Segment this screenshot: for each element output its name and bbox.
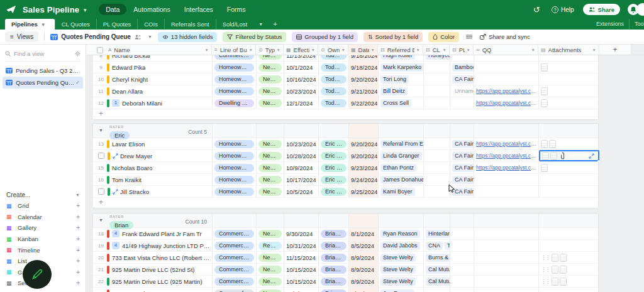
cell-date[interactable]: 8/9/2024 <box>348 264 378 275</box>
cell-line-of-business[interactable]: Homeowners <box>212 62 256 73</box>
cell-cl[interactable] <box>423 62 450 73</box>
cell-line-of-business[interactable]: Homeowners <box>212 138 256 149</box>
cell-referred-by[interactable]: Cross Sell <box>378 97 423 109</box>
cell-referred-by[interactable]: Steve Welty <box>378 252 423 263</box>
cell-effective-date[interactable]: 10/15/2024 <box>284 276 318 287</box>
cell-line-of-business[interactable]: Commercial Pa... <box>212 240 256 251</box>
cell-referred-by[interactable]: Joe Ramos <box>378 288 423 292</box>
tab-overflow-chevron-icon[interactable]: ▼ <box>253 19 268 30</box>
cell-pl[interactable] <box>450 276 474 287</box>
table-row[interactable]: 15Nicholas BoaroHomeownersNew B...10/9/2… <box>92 162 598 174</box>
cell-cl[interactable]: Burns & Wi <box>423 252 450 263</box>
column-header-owner[interactable]: ⊙Owner▼ <box>318 45 348 55</box>
cell-effective-date[interactable]: 11/13/2024 <box>284 55 318 61</box>
cell-date[interactable]: 8/5/2024 <box>348 240 378 251</box>
cell-effective-date[interactable]: 10/23/2024 <box>284 85 318 97</box>
cell-line-of-business[interactable]: Commercial Pa... <box>212 252 256 263</box>
cell-pl[interactable]: CA Fair (Ind <box>450 138 474 149</box>
find-view-search[interactable]: Find a view <box>4 49 81 62</box>
column-header-line-of-bus[interactable]: ≡Line of Bus...▼ <box>211 45 255 55</box>
toolbar-pill-grouped-by-1-field[interactable]: Grouped by 1 field <box>292 32 358 42</box>
cell-attachments[interactable] <box>538 186 599 197</box>
share-button[interactable]: Share <box>583 4 620 15</box>
cell-attachments[interactable]: ⋮⋮ <box>538 276 599 287</box>
cell-attachments[interactable] <box>538 55 599 61</box>
cell-pl[interactable]: CA Fair (Ind <box>450 162 474 173</box>
cell-name[interactable]: 8Richard Bickar <box>92 55 212 61</box>
group-header-name[interactable]: ▼RATERBrianCount 10 <box>92 214 212 227</box>
column-header-date[interactable]: ▦Date ...▼ <box>348 45 377 55</box>
cell-effective-date[interactable]: 10/17/2024 <box>284 174 318 185</box>
sidebar-view-pending-sales-q3-2024[interactable]: Pending Sales - Q3 2024 <box>3 65 83 77</box>
gear-icon[interactable] <box>75 51 80 57</box>
qq-link[interactable]: https://app.ppcatalyst.com... <box>476 165 536 171</box>
column-header-attachments[interactable]: ▤Attachments▼ <box>538 45 599 55</box>
cell-cl[interactable] <box>423 288 450 292</box>
expand-record-icon[interactable] <box>113 189 118 195</box>
cell-pl[interactable]: Bamboo (A <box>450 62 474 73</box>
add-table-button[interactable]: + <box>268 19 282 30</box>
attachment-thumbnail[interactable] <box>560 278 567 286</box>
tab-pipelines[interactable]: Pipelines▼ <box>5 19 55 30</box>
cell-pl[interactable] <box>450 264 474 275</box>
cell-referred-by[interactable]: Ryan Reason <box>378 228 423 239</box>
help-button[interactable]: ? Help <box>552 6 574 13</box>
cell-owner[interactable]: Todd Co... <box>318 97 348 109</box>
cell-line-of-business[interactable]: Dwelling Fire <box>212 97 256 109</box>
column-header-typ[interactable]: ⊙Typ...▼ <box>255 45 283 55</box>
table-row[interactable]: 22925 Martin Drive LLC (925 Martin)Comme… <box>92 276 598 288</box>
cell-referred-by[interactable]: Bill Deitz <box>378 85 423 97</box>
cell-owner[interactable]: Todd Co... <box>318 62 348 73</box>
cell-qq[interactable] <box>474 288 538 292</box>
cell-qq[interactable] <box>474 276 538 287</box>
table-row[interactable]: 8Richard BickarCommercial Pa...New B...1… <box>92 55 598 62</box>
cell-type[interactable]: New B... <box>256 138 284 149</box>
group-header[interactable]: ▼RATERBrianCount 10 <box>92 214 598 228</box>
cell-effective-date[interactable]: 10/31/2024 <box>284 240 318 251</box>
cell-attachments[interactable] <box>538 288 599 292</box>
cell-effective-date[interactable]: 10/5/2024 <box>284 186 318 197</box>
cell-cl[interactable] <box>423 162 450 173</box>
tools-button[interactable]: Tools <box>629 19 644 30</box>
cell-line-of-business[interactable]: Homeowners <box>212 186 256 197</box>
cell-cl[interactable] <box>423 186 450 197</box>
cell-qq[interactable] <box>474 264 538 275</box>
cell-type[interactable]: New B... <box>256 85 284 97</box>
qq-link[interactable]: https://app.ppcatalyst.com... <box>476 100 536 106</box>
tab-cl-quotes[interactable]: CL Quotes <box>55 19 96 30</box>
cell-type[interactable]: New B... <box>256 276 284 287</box>
create-item-calendar[interactable]: ▦Calendar+ <box>0 212 86 223</box>
cell-effective-date[interactable]: 12/1/2024 <box>284 97 318 109</box>
tab-pl-quotes[interactable]: PL Quotes <box>96 19 138 30</box>
cell-date[interactable]: 9/23/2024 <box>348 162 378 173</box>
attachment-thumbnail[interactable] <box>542 152 549 160</box>
cell-referred-by[interactable]: Hugh Koller <box>378 55 423 61</box>
cell-owner[interactable]: Brian Gra... <box>318 288 348 292</box>
cell-owner[interactable]: Todd Co... <box>318 55 348 61</box>
create-item-kanban[interactable]: ▦Kanban+ <box>0 234 86 245</box>
create-item-gallery[interactable]: ▦Gallery+ <box>0 222 86 234</box>
cell-owner[interactable]: Eric Dizon <box>318 174 348 185</box>
attachment-thumbnail[interactable] <box>541 140 548 148</box>
cell-qq[interactable] <box>474 55 538 61</box>
qq-link[interactable]: https://app.ppcatalyst.com... <box>476 141 536 147</box>
cell-owner[interactable]: Brian Gra... <box>318 240 348 251</box>
top-nav-interfaces[interactable]: Interfaces <box>177 4 220 15</box>
group-header[interactable]: ▼RATEREricCount 5 <box>92 124 598 138</box>
cell-cl[interactable]: Cal Mutual <box>423 264 450 275</box>
cell-name[interactable]: 15Nicholas Boaro <box>92 162 212 173</box>
cell-line-of-business[interactable]: Commercial Pa... <box>212 228 256 239</box>
group-header-name[interactable]: ▼RATEREricCount 5 <box>92 124 212 138</box>
select-all-checkbox[interactable] <box>97 47 103 53</box>
cell-attachments[interactable]: ⋮⋮ <box>538 264 599 275</box>
cell-attachments[interactable] <box>538 228 599 239</box>
cell-date[interactable]: 9/20/2024 <box>348 73 378 85</box>
toolbar-pill-sorted-by-1-field[interactable]: ⇅Sorted by 1 field <box>364 32 423 42</box>
top-nav-forms[interactable]: Forms <box>220 4 253 15</box>
cell-type[interactable]: New B... <box>256 150 284 161</box>
column-header-qq[interactable]: ∞QQ▼ <box>473 45 538 55</box>
column-header-effecti[interactable]: ▦Effecti...▼ <box>283 45 318 55</box>
cell-owner[interactable]: Brian Gra... <box>318 252 348 263</box>
attachment-thumbnail[interactable] <box>552 266 558 274</box>
table-row[interactable]: 16Tom KraikitHomeownersNew B...10/17/202… <box>92 174 598 186</box>
